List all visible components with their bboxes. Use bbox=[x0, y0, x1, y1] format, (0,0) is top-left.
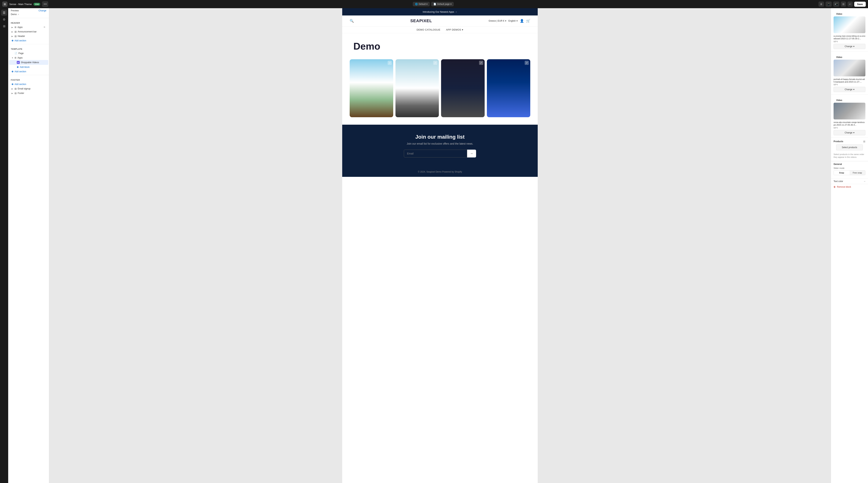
preview-row: Preview Change bbox=[8, 8, 49, 13]
text-color-minus-icon[interactable]: − bbox=[864, 180, 865, 183]
video-change-button-3[interactable]: Change ▾ bbox=[834, 130, 865, 135]
header-section-title: Header bbox=[11, 22, 20, 24]
text-color-row: Text color − bbox=[831, 178, 868, 184]
save-button[interactable]: Save bbox=[854, 2, 866, 7]
language-selector[interactable]: English ▾ bbox=[508, 20, 518, 22]
change-label-2: Change bbox=[844, 88, 852, 91]
change-label-3: Change bbox=[844, 131, 852, 134]
settings-icon-button[interactable]: ⚙ bbox=[1, 17, 7, 22]
chevron-lang-icon: ▾ bbox=[517, 20, 518, 22]
chevron-icon: ▶ bbox=[11, 26, 13, 28]
apps-icon-button[interactable]: ⊞ bbox=[1, 23, 7, 29]
grid-icon-2: ⊞ bbox=[14, 56, 17, 59]
grid-view-button[interactable]: ⊞ bbox=[841, 1, 846, 7]
top-bar-right: 🖥 📱 📲 ⊞ ↩ Save bbox=[818, 1, 866, 7]
icon-rail: ☰ ⚙ ⊞ bbox=[0, 8, 8, 483]
external-link-icon: ↗ bbox=[18, 13, 19, 16]
products-section-title: Products bbox=[834, 140, 843, 143]
header-section: Header bbox=[8, 19, 49, 25]
video-grid: ⤢ ⤢ ⤢ ⤢ bbox=[342, 56, 538, 125]
video-thumbnail-2 bbox=[834, 60, 865, 77]
sidebar-item-header[interactable]: ▶ ▤ Header bbox=[9, 34, 48, 38]
demo-value: Demo bbox=[11, 13, 17, 16]
video-change-button-2[interactable]: Change ▾ bbox=[834, 87, 865, 92]
email-submit-button[interactable]: → bbox=[467, 150, 476, 158]
language-text: English bbox=[508, 20, 516, 22]
add-section-template-button[interactable]: ⊕ Add section bbox=[9, 69, 48, 74]
live-badge: Live bbox=[33, 3, 40, 6]
chevron-change-icon-2: ▾ bbox=[853, 88, 855, 91]
announcement-bar: Introducing Our Newest Apps → bbox=[342, 8, 538, 16]
email-icon: ▤ bbox=[14, 87, 17, 90]
nav-app-demos[interactable]: APP DEMOS ▾ bbox=[446, 28, 463, 31]
chevron-icon-5: ▶ bbox=[11, 88, 13, 90]
free-snap-button[interactable]: Free snap bbox=[849, 171, 865, 175]
video-card-3: ⤢ bbox=[441, 59, 485, 117]
remove-block-row[interactable]: 🗑 Remove block bbox=[831, 184, 868, 190]
search-icon[interactable]: 🔍 bbox=[350, 19, 354, 23]
trash-icon: 🗑 bbox=[834, 186, 836, 188]
eye-icon[interactable]: 👁 bbox=[43, 26, 45, 29]
tablet-view-button[interactable]: 📱 bbox=[826, 1, 832, 7]
top-bar: ⊞ Sense - Main Theme Live ••• 🌐 Default … bbox=[0, 0, 868, 8]
default-label: Default bbox=[418, 3, 426, 5]
globe-icon: 🌐 bbox=[415, 3, 418, 5]
left-panel: Preview Change Preview Demo ↗ Header ▶ ⊞… bbox=[8, 8, 49, 483]
video-change-button-1[interactable]: Change ▾ bbox=[834, 44, 865, 49]
text-color-label: Text color bbox=[834, 180, 843, 182]
shoppable-videos-label: Shoppable Videos bbox=[21, 61, 45, 64]
add-block-button[interactable]: ⊕ Add block bbox=[9, 65, 48, 69]
apps-template-label: Apps bbox=[18, 56, 45, 59]
add-section-header-button[interactable]: ⊕ Add section bbox=[9, 38, 48, 43]
sidebar-item-email-signup[interactable]: ▶ ▤ Email signup bbox=[9, 86, 48, 91]
select-products-button[interactable]: Select products bbox=[836, 144, 863, 150]
undo-button[interactable]: ↩ bbox=[847, 1, 853, 7]
shoppable-icon: ▶ bbox=[17, 61, 20, 64]
mailing-section: Join our mailing list Join our email lis… bbox=[342, 125, 538, 167]
chevron-change-icon-1: ▾ bbox=[853, 45, 855, 48]
default-page-label: Default page bbox=[437, 3, 450, 5]
file-icon: 📄 bbox=[433, 3, 436, 5]
video-expand-button-3[interactable]: ⤢ bbox=[479, 61, 483, 65]
video-expand-button-4[interactable]: ⤢ bbox=[525, 61, 529, 65]
account-icon[interactable]: 👤 bbox=[520, 19, 524, 23]
apps-header-label: Apps bbox=[18, 26, 42, 29]
email-input[interactable] bbox=[404, 150, 467, 158]
remove-block-label: Remove block bbox=[837, 186, 851, 188]
locale-selector[interactable]: Greece | EUR € ▾ bbox=[489, 20, 506, 22]
add-block-label: Add block bbox=[20, 66, 30, 68]
snap-button[interactable]: Snap bbox=[834, 171, 849, 175]
right-panel-inner: Video a-young-man-snow-kiting-on-a-snowb… bbox=[831, 8, 868, 190]
mobile-view-button[interactable]: 📲 bbox=[833, 1, 839, 7]
nav-demo-catalogue[interactable]: DEMO CATALOGUE bbox=[417, 28, 440, 31]
layout-icon: ▤ bbox=[14, 30, 17, 33]
mailing-title: Join our mailing list bbox=[350, 134, 530, 140]
sidebar-item-announcement[interactable]: ▶ ▤ Announcement bar bbox=[9, 29, 48, 34]
sidebar-item-footer[interactable]: ▶ ▤ Footer bbox=[9, 91, 48, 95]
video-expand-button-2[interactable]: ⤢ bbox=[433, 61, 437, 65]
preview-change-link[interactable]: Change bbox=[38, 9, 46, 12]
sidebar-item-shoppable-videos[interactable]: ▶ Shoppable Videos bbox=[9, 60, 48, 65]
video-card-4: ⤢ bbox=[487, 59, 530, 117]
default-dropdown-button[interactable]: 🌐 Default ▾ bbox=[413, 2, 430, 6]
sidebar-item-apps-template[interactable]: ▼ ⊞ Apps bbox=[9, 56, 48, 60]
video-format-3: MP4 bbox=[834, 127, 865, 129]
cart-icon[interactable]: 🛒 bbox=[526, 19, 530, 23]
sidebar-item-page[interactable]: 📄 Page bbox=[9, 51, 48, 56]
announcement-text: Introducing Our Newest Apps → bbox=[423, 10, 457, 13]
store-header: 🔍 SEAPIXEL Greece | EUR € ▾ English ▾ 👤 … bbox=[342, 16, 538, 26]
chevron-down-icon-2: ▾ bbox=[451, 3, 452, 5]
header-label: Header bbox=[18, 35, 45, 37]
add-section-footer-top-button[interactable]: ⊕ Add section bbox=[9, 82, 48, 86]
sidebar-item-apps-header[interactable]: ▶ ⊞ Apps 👁 bbox=[9, 25, 48, 29]
chevron-locale-icon: ▾ bbox=[505, 20, 506, 22]
desktop-view-button[interactable]: 🖥 bbox=[818, 1, 824, 7]
preview-frame: Introducing Our Newest Apps → 🔍 SEAPIXEL… bbox=[342, 8, 538, 483]
video-section-label-3: Video bbox=[834, 97, 865, 103]
sections-icon-button[interactable]: ☰ bbox=[1, 10, 7, 16]
store-logo: SEAPIXEL bbox=[410, 19, 432, 23]
store-nav: DEMO CATALOGUE APP DEMOS ▾ bbox=[342, 26, 538, 33]
more-options-button[interactable]: ••• bbox=[42, 1, 48, 7]
plus-icon-4: ⊕ bbox=[11, 83, 13, 86]
default-page-dropdown-button[interactable]: 📄 Default page ▾ bbox=[431, 2, 454, 6]
